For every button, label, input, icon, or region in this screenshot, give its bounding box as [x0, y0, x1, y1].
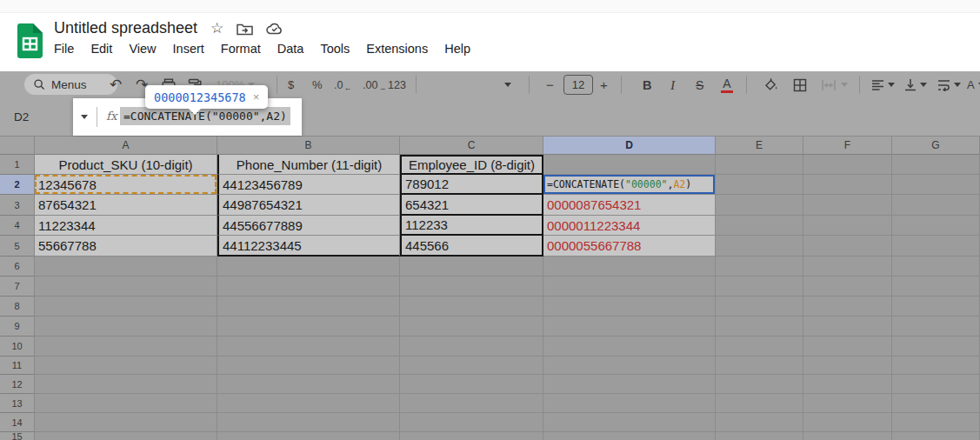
- cell-G15[interactable]: [892, 432, 980, 440]
- menu-format[interactable]: Format: [221, 42, 261, 56]
- cell-D8[interactable]: [543, 297, 716, 317]
- cell-G14[interactable]: [892, 413, 980, 432]
- cloud-saved-icon[interactable]: [266, 22, 283, 35]
- row-header-7[interactable]: 7: [0, 277, 35, 297]
- cell-D2[interactable]: =CONCATENATE("00000",A2): [543, 175, 716, 195]
- strikethrough-button[interactable]: S: [696, 71, 703, 98]
- menu-help[interactable]: Help: [444, 42, 470, 56]
- cell-G12[interactable]: [892, 375, 980, 394]
- cell-C6[interactable]: [400, 257, 543, 277]
- cell-C14[interactable]: [400, 413, 543, 432]
- menu-view[interactable]: View: [129, 42, 156, 56]
- cell-G7[interactable]: [892, 277, 980, 297]
- row-header-1[interactable]: 1: [0, 155, 35, 175]
- cell-F7[interactable]: [803, 277, 892, 297]
- cell-E6[interactable]: [716, 257, 803, 277]
- cell-F5[interactable]: [803, 236, 892, 257]
- row-header-8[interactable]: 8: [0, 297, 35, 317]
- cell-E13[interactable]: [716, 394, 803, 413]
- cell-G9[interactable]: [892, 317, 980, 337]
- cell-E10[interactable]: [716, 337, 803, 357]
- cell-G13[interactable]: [892, 394, 980, 413]
- cell-C9[interactable]: [400, 317, 543, 337]
- column-header-A[interactable]: A: [35, 137, 217, 155]
- cell-G10[interactable]: [892, 337, 980, 357]
- cell-G3[interactable]: [892, 195, 980, 216]
- cell-D5[interactable]: 0000055667788: [543, 236, 716, 257]
- cell-D7[interactable]: [543, 277, 716, 297]
- cell-D1[interactable]: [543, 155, 716, 175]
- cell-G8[interactable]: [892, 297, 980, 317]
- merge-cells-button[interactable]: [821, 71, 848, 98]
- horizontal-align-button[interactable]: [871, 71, 895, 98]
- move-folder-icon[interactable]: [237, 22, 253, 36]
- cell-G6[interactable]: [892, 257, 980, 277]
- cell-F11[interactable]: [803, 357, 892, 375]
- cell-E8[interactable]: [716, 297, 803, 317]
- cell-A3[interactable]: 87654321: [35, 195, 217, 216]
- cell-A10[interactable]: [35, 337, 217, 357]
- cell-A5[interactable]: 55667788: [35, 236, 217, 257]
- cell-B10[interactable]: [217, 337, 400, 357]
- menus-search-button[interactable]: Menus: [24, 74, 117, 95]
- row-header-9[interactable]: 9: [0, 317, 35, 337]
- row-header-6[interactable]: 6: [0, 257, 35, 277]
- cell-F3[interactable]: [803, 195, 892, 216]
- cell-F13[interactable]: [803, 394, 892, 413]
- menu-extensions[interactable]: Extensions: [366, 42, 428, 56]
- currency-format-button[interactable]: $: [288, 71, 294, 98]
- decrease-decimals-button[interactable]: .0←: [334, 71, 351, 98]
- column-header-C[interactable]: C: [400, 137, 543, 155]
- cell-B12[interactable]: [217, 375, 400, 394]
- cell-F8[interactable]: [803, 297, 892, 317]
- cell-B14[interactable]: [217, 413, 400, 432]
- select-all-corner[interactable]: [0, 137, 35, 155]
- fill-color-button[interactable]: [763, 71, 778, 98]
- cell-E14[interactable]: [716, 413, 803, 432]
- cell-B3[interactable]: 44987654321: [217, 195, 400, 216]
- cell-B2[interactable]: 44123456789: [217, 175, 400, 195]
- cell-D9[interactable]: [543, 317, 716, 337]
- cell-F2[interactable]: [803, 175, 892, 195]
- cell-F6[interactable]: [803, 257, 892, 277]
- cell-G2[interactable]: [892, 175, 980, 195]
- cell-D15[interactable]: [543, 432, 716, 440]
- cell-B8[interactable]: [217, 297, 400, 317]
- row-header-5[interactable]: 5: [0, 236, 35, 257]
- undo-button[interactable]: ↶: [110, 71, 122, 98]
- cell-E15[interactable]: [716, 432, 803, 440]
- cell-G1[interactable]: [892, 155, 980, 175]
- number-format-button[interactable]: 123: [388, 71, 406, 98]
- cell-A11[interactable]: [35, 357, 217, 375]
- cell-F4[interactable]: [803, 216, 892, 236]
- cell-E4[interactable]: [716, 216, 803, 236]
- cell-C7[interactable]: [400, 277, 543, 297]
- column-header-F[interactable]: F: [803, 137, 892, 155]
- cell-C8[interactable]: [400, 297, 543, 317]
- column-header-G[interactable]: G: [892, 137, 980, 155]
- name-box-chevron-icon[interactable]: [81, 115, 88, 119]
- row-header-12[interactable]: 12: [0, 375, 35, 394]
- cell-B9[interactable]: [217, 317, 400, 337]
- cell-C5[interactable]: 445566: [400, 236, 543, 257]
- text-color-button[interactable]: A: [721, 75, 733, 96]
- row-header-2[interactable]: 2: [0, 175, 35, 195]
- row-header-11[interactable]: 11: [0, 357, 35, 375]
- bold-button[interactable]: B: [643, 71, 651, 98]
- cell-A9[interactable]: [35, 317, 217, 337]
- cell-A13[interactable]: [35, 394, 217, 413]
- column-header-B[interactable]: B: [217, 137, 400, 155]
- cell-C15[interactable]: [400, 432, 543, 440]
- decrease-font-size-button[interactable]: −: [546, 71, 554, 98]
- row-header-14[interactable]: 14: [0, 413, 35, 432]
- font-dropdown[interactable]: [504, 71, 511, 98]
- cell-B7[interactable]: [217, 277, 400, 297]
- column-header-D[interactable]: D: [543, 137, 716, 155]
- cell-C4[interactable]: 112233: [400, 216, 543, 236]
- cell-C11[interactable]: [400, 357, 543, 375]
- cell-F9[interactable]: [803, 317, 892, 337]
- cell-C13[interactable]: [400, 394, 543, 413]
- menu-insert[interactable]: Insert: [173, 42, 204, 56]
- cell-C12[interactable]: [400, 375, 543, 394]
- cell-A2[interactable]: 12345678: [35, 175, 217, 195]
